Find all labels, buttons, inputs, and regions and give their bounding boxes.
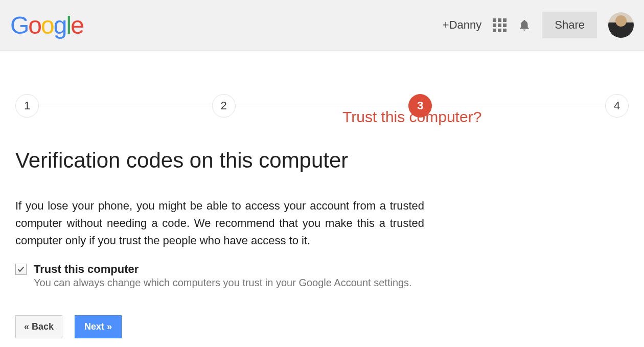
step-4: 4 [605, 94, 629, 118]
step-1: 1 [15, 94, 39, 118]
back-button[interactable]: « Back [15, 315, 62, 338]
header-right: +Danny Share [443, 12, 634, 38]
step-3: 3 [408, 94, 432, 118]
next-button[interactable]: Next » [75, 315, 122, 338]
checkmark-icon [17, 265, 25, 273]
trust-checkbox-subtext: You can always change which computers yo… [34, 277, 412, 289]
google-logo[interactable]: Google [10, 11, 83, 39]
trust-checkbox[interactable] [15, 264, 27, 275]
google-plus-name-link[interactable]: +Danny [443, 18, 481, 32]
stepper-track [432, 106, 605, 106]
avatar[interactable] [608, 12, 634, 38]
body-text: If you lose your phone, you might be abl… [15, 197, 424, 249]
header-bar: Google +Danny Share [0, 0, 644, 51]
action-buttons: « Back Next » [15, 315, 629, 338]
share-button[interactable]: Share [542, 12, 597, 38]
trust-checkbox-row: Trust this computer You can always chang… [15, 263, 629, 289]
trust-checkbox-label: Trust this computer [34, 263, 412, 276]
step-2: 2 [212, 94, 236, 118]
apps-grid-icon[interactable] [493, 18, 507, 32]
notifications-bell-icon[interactable] [518, 18, 531, 32]
page-title: Verification codes on this computer [15, 148, 629, 173]
stepper-track [236, 106, 409, 106]
progress-stepper: 1 2 3 4 [15, 94, 629, 118]
stepper-track [39, 106, 212, 106]
